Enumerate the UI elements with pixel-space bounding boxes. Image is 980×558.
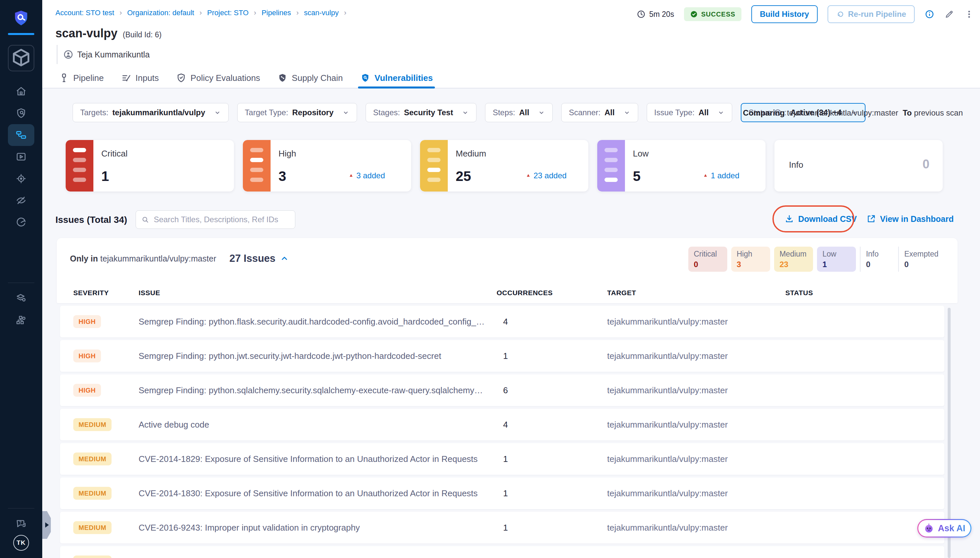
breadcrumb: Account: STO test › Organization: defaul… xyxy=(56,8,347,17)
severity-badge: MEDIUM xyxy=(73,419,111,431)
filter-steps[interactable]: Steps:All xyxy=(485,103,553,122)
executions-icon[interactable] xyxy=(8,146,34,168)
issue-title: Semgrep Finding: python.jwt.security.jwt… xyxy=(139,351,441,361)
occurrences-value: 4 xyxy=(491,420,520,430)
pipeline-tab-icon xyxy=(59,73,69,83)
issue-row[interactable]: MEDIUM CVE-2017-11424: PyJWT... 1 tejaku… xyxy=(60,546,944,558)
eye-off-icon[interactable] xyxy=(8,190,34,211)
sidebar-divider xyxy=(8,282,34,283)
issue-row[interactable]: MEDIUM CVE-2014-1830: Exposure of Sensit… xyxy=(60,478,944,509)
gauge-icon[interactable] xyxy=(8,211,34,233)
issue-row[interactable]: HIGH Semgrep Finding: python.sqlalchemy.… xyxy=(60,374,944,406)
severity-badge: HIGH xyxy=(73,315,101,328)
severity-chip-row: Critical 0 High 3 Medium 23 Low 1 xyxy=(688,247,944,272)
column-status: STATUS xyxy=(785,289,813,297)
severity-badge: HIGH xyxy=(73,384,101,397)
user-avatar[interactable]: TK xyxy=(13,535,29,551)
view-in-dashboard-button[interactable]: View in Dashboard xyxy=(866,214,954,224)
tab-inputs[interactable]: Inputs xyxy=(121,68,159,88)
target-value: tejakummarikuntla/vulpy:master xyxy=(607,317,728,327)
filter-stages[interactable]: Stages:Security Test xyxy=(366,103,476,122)
inputs-tab-icon xyxy=(121,73,132,83)
severity-badge: MEDIUM xyxy=(73,521,111,534)
severity-chip: Info 0 xyxy=(860,247,894,272)
issue-title: CVE-2016-9243: Improper input validation… xyxy=(139,523,360,533)
severity-card: Medium 25 23 added xyxy=(420,140,588,192)
target-value: tejakummarikuntla/vulpy:master xyxy=(607,385,728,396)
page-title: scan-vulpy xyxy=(56,26,118,40)
severity-gauge-icon xyxy=(65,140,93,192)
issues-group-card: Only in tejakummarikuntla/vulpy:master 2… xyxy=(57,238,957,303)
table-header-row: SEVERITY ISSUE OCCURRENCES TARGET STATUS xyxy=(57,289,957,300)
filter-targets[interactable]: Targets:tejakummarikuntla/vulpy xyxy=(73,103,229,122)
info-severity-card: Info 0 xyxy=(774,140,943,192)
user-icon xyxy=(63,49,73,59)
occurrences-value: 4 xyxy=(491,317,520,327)
help-chat-icon[interactable]: ? xyxy=(8,513,34,535)
breadcrumb-link[interactable]: Organization: default xyxy=(127,8,194,17)
severity-badge: HIGH xyxy=(73,350,101,363)
triangle-up-icon xyxy=(526,173,531,178)
sidebar-collapse-handle[interactable] xyxy=(42,511,51,539)
issue-row[interactable]: HIGH Semgrep Finding: python.jwt.securit… xyxy=(60,340,944,372)
breadcrumb-separator-icon: › xyxy=(296,8,299,17)
occurrences-value: 1 xyxy=(491,557,520,558)
severity-gauge-icon xyxy=(243,140,271,192)
severity-card: High 3 3 added xyxy=(243,140,411,192)
org-settings-icon[interactable] xyxy=(8,309,34,331)
issue-title: CVE-2017-11424: PyJWT... xyxy=(139,557,243,558)
breadcrumb-link[interactable]: Project: STO xyxy=(207,8,249,17)
target-value: tejakummarikuntla/vulpy:master xyxy=(607,351,728,361)
tab-policy-evaluations[interactable]: Policy Evaluations xyxy=(176,68,260,88)
breadcrumb-link[interactable]: Account: STO test xyxy=(56,8,114,17)
scan-shield-icon[interactable] xyxy=(8,102,34,124)
issues-table: HIGH Semgrep Finding: python.flask.secur… xyxy=(60,306,944,558)
severity-chip: Critical 0 xyxy=(688,247,727,272)
issue-row[interactable]: MEDIUM CVE-2014-1829: Exposure of Sensit… xyxy=(60,443,944,475)
annotation-highlight-circle xyxy=(772,205,854,233)
ai-bot-icon xyxy=(923,523,934,534)
module-selector-button[interactable] xyxy=(8,45,34,71)
build-history-button[interactable]: Build History xyxy=(751,5,818,23)
breadcrumb-separator-icon: › xyxy=(344,8,346,17)
severity-chip: High 3 xyxy=(731,247,770,272)
title-row: scan-vulpy (Build Id: 6) xyxy=(56,26,162,40)
target-value: tejakummarikuntla/vulpy:master xyxy=(607,557,728,558)
issue-row[interactable]: MEDIUM CVE-2016-9243: Improper input val… xyxy=(60,512,944,543)
clock-icon xyxy=(636,10,646,19)
vulnerabilities-tab-icon xyxy=(360,73,371,83)
edit-pipeline-icon[interactable] xyxy=(944,9,954,19)
status-badge: SUCCESS xyxy=(684,7,741,21)
app-root: ? TK Account: STO test › Organization: d… xyxy=(0,0,980,558)
more-options-kebab-icon[interactable] xyxy=(964,9,974,19)
severity-card: Low 5 1 added xyxy=(597,140,766,192)
group-issue-count[interactable]: 27 Issues xyxy=(229,253,289,264)
severity-summary-cards: Critical 1 High 3 3 added xyxy=(65,140,766,192)
home-icon[interactable] xyxy=(8,80,34,102)
occurrences-value: 6 xyxy=(491,385,520,396)
pipelines-nav-icon[interactable] xyxy=(8,124,34,146)
info-icon[interactable] xyxy=(924,9,934,19)
filter-target-type[interactable]: Target Type:Repository xyxy=(237,103,357,122)
tab-pipeline[interactable]: Pipeline xyxy=(59,68,104,88)
default-settings-icon[interactable] xyxy=(8,287,34,309)
targets-icon[interactable] xyxy=(8,168,34,190)
tab-supply-chain[interactable]: Supply Chain xyxy=(277,68,343,88)
filter-scanner[interactable]: Scanner:All xyxy=(561,103,638,122)
breadcrumb-link[interactable]: scan-vulpy xyxy=(304,8,339,17)
issues-search xyxy=(136,210,295,229)
policy-tab-icon xyxy=(176,73,187,83)
tab-vulnerabilities[interactable]: Vulnerabilities xyxy=(360,68,433,88)
search-input[interactable] xyxy=(153,215,290,225)
issue-title: CVE-2014-1830: Exposure of Sensitive Inf… xyxy=(139,488,478,499)
rerun-pipeline-button[interactable]: Re-run Pipeline xyxy=(828,5,915,23)
breadcrumb-link[interactable]: Pipelines xyxy=(262,8,291,17)
chevron-right-icon xyxy=(45,522,49,528)
filter-issue-type[interactable]: Issue Type:All xyxy=(647,103,732,122)
execution-tabs: Pipeline Inputs Policy Evaluations Suppl… xyxy=(59,68,433,88)
chevron-down-icon xyxy=(214,109,221,116)
issue-title: CVE-2014-1829: Exposure of Sensitive Inf… xyxy=(139,454,478,464)
issue-row[interactable]: HIGH Semgrep Finding: python.flask.secur… xyxy=(60,306,944,337)
ask-ai-button[interactable]: Ask AI xyxy=(917,519,972,538)
issue-row[interactable]: MEDIUM Active debug code 4 tejakummariku… xyxy=(60,409,944,440)
